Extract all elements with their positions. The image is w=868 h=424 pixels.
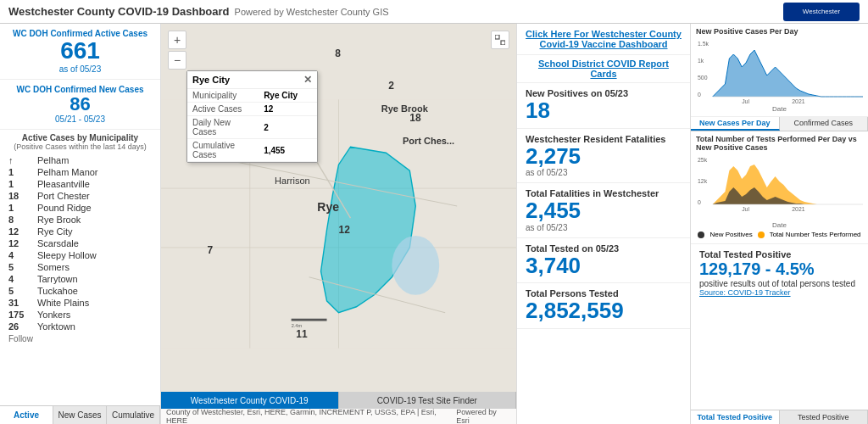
svg-text:2021: 2021 [792,98,804,104]
popup-table: MunicipalityRye City Active Cases12 Dail… [187,89,317,162]
total-tested-sub: positive results out of total persons te… [699,279,860,288]
map-num-8: 8 [335,47,341,59]
total-fatalities-date: as of 05/23 [526,223,682,232]
bottom-chart-x-label: Date [696,221,863,229]
svg-rect-13 [501,41,505,45]
resident-fatalities-label: Westchester Resident Fatalities [526,134,682,144]
legend-label-new-positives: New Positives [709,231,752,238]
total-tested-positive-number: 129,179 - 4.5% [699,259,860,279]
new-cases-block: WC DOH Confirmed New Cases 86 05/21 - 05… [0,80,160,130]
total-fatalities-number: 2,455 [526,198,682,223]
svg-text:0: 0 [698,199,701,205]
map-controls: + − [168,31,186,70]
new-positives-number: 18 [526,98,682,123]
muni-count: 8 [8,215,34,225]
total-tested-title: Total Tested Positive [699,249,860,259]
svg-text:Jul: Jul [742,206,749,212]
bottom-chart-section: Total Number of Tests Performed Per Day … [691,131,868,244]
muni-name: Rye City [37,226,152,237]
table-row: Active Cases12 [187,103,317,116]
muni-count: 12 [8,238,34,248]
list-item: 1Pleasantville [5,178,155,190]
total-tested-source: Source: COVID-19 Tracker [699,288,860,297]
popup-value-daily: 2 [259,116,317,139]
map-num-18: 18 [409,112,420,124]
muni-name: Somers [37,262,152,272]
popup-close-button[interactable]: ✕ [303,74,312,86]
table-row: Cumulative Cases1,455 [187,139,317,162]
muni-name: Rye Brook [37,215,152,225]
muni-name: Pleasantville [37,179,152,189]
chart-tab-new-cases[interactable]: New Cases Per Day [691,117,780,131]
tab-active[interactable]: Active [0,406,53,424]
svg-rect-10 [292,319,327,321]
muni-name: Scarsdale [37,238,152,248]
map-tab-covid[interactable]: Westchester County COVID-19 [161,392,339,409]
muni-count: 1 [8,179,34,189]
top-chart-section: New Positive Cases Per Day 1.5k 1k 500 0 [691,24,868,117]
svg-text:0: 0 [698,92,701,98]
zoom-in-button[interactable]: + [168,31,186,49]
svg-text:Jul: Jul [742,98,749,104]
total-tested-label: Total Tested on 05/23 [526,243,682,254]
tab-new-cases[interactable]: New Cases [53,406,107,424]
list-item: 26Yorktown [5,321,155,332]
popup-header: Rye City ✕ [187,71,317,89]
popup-value-municipality: Rye City [259,89,317,103]
tab-total-tested-positive[interactable]: Total Tested Positive [691,410,780,424]
left-panel: WC DOH Confirmed Active Cases 661 as of … [0,24,161,424]
map-tab-test-sites[interactable]: COVID-19 Test Site Finder [339,392,517,409]
total-persons-number: 2,852,559 [526,298,682,323]
new-cases-date: 05/21 - 05/23 [8,114,152,124]
map-attribution: County of Westchester, Esri, HERE, Garmi… [161,409,516,424]
list-item: 175Yonkers [5,309,155,321]
legend-label-total-tests: Total Number Tests Performed [770,231,861,238]
muni-count: 175 [8,310,34,320]
page-title: Westchester County COVID-19 Dashboard [8,5,230,18]
muni-count: 5 [8,286,34,296]
follow-text: Follow [5,332,155,345]
list-item: 4Tarrytown [5,273,155,285]
resident-fatalities-card: Westchester Resident Fatalities 2,275 as… [517,129,690,184]
bottom-chart-title: Total Number of Tests Performed Per Day … [696,135,863,152]
map-label-harrison: Harrison [275,176,310,186]
municipality-section: Active Cases by Municipality (Positive C… [0,130,160,405]
list-item: 12Scarsdale [5,237,155,249]
muni-count: 4 [8,274,34,284]
muni-name: Yorktown [37,321,152,332]
main-content: WC DOH Confirmed Active Cases 661 as of … [0,24,868,424]
map-label-rye: Rye [317,200,339,214]
total-tested-tabs: Total Tested Positive Tested Positive [691,410,868,424]
total-tested-number: 3,740 [526,254,682,278]
muni-name: Tuckahoe [37,286,152,296]
popup-value-cumulative: 1,455 [259,139,317,162]
resident-fatalities-number: 2,275 [526,144,682,169]
muni-count: 4 [8,250,34,260]
popup-title: Rye City [192,75,230,85]
chart-tab-confirmed[interactable]: Confirmed Cases [780,117,869,131]
right-stats-panel: Click Here For Westchester County Covid-… [516,24,690,424]
municipality-list: ↑Pelham1Pelham Manor1Pleasantville18Port… [5,154,155,332]
map-extend-button[interactable] [491,31,509,49]
top-chart-x-label: Date [696,105,863,113]
map-label-port-chester: Port Ches... [403,136,454,146]
vaccine-link[interactable]: Click Here For Westchester County Covid-… [517,24,690,55]
svg-rect-12 [495,35,499,39]
muni-count: 5 [8,262,34,272]
active-cases-date: as of 05/23 [8,64,152,74]
muni-name: Pound Ridge [37,203,152,213]
tab-tested-positive[interactable]: Tested Positive [780,410,869,424]
muni-count: 18 [8,191,34,201]
map-num-11: 11 [296,328,307,340]
total-tested-card: Total Tested on 05/23 3,740 [517,238,690,284]
legend-dot-total-tests [758,232,765,238]
muni-count: 31 [8,298,34,308]
zoom-out-button[interactable]: − [168,51,186,70]
active-cases-block: WC DOH Confirmed Active Cases 661 as of … [0,24,160,80]
muni-count: 1 [8,167,34,177]
tab-cumulative[interactable]: Cumulative [107,406,160,424]
popup-label-cumulative: Cumulative Cases [187,139,259,162]
muni-count: 1 [8,203,34,213]
school-link[interactable]: School District COVID Report Cards [517,55,690,83]
resident-fatalities-date: as of 05/23 [526,168,682,177]
